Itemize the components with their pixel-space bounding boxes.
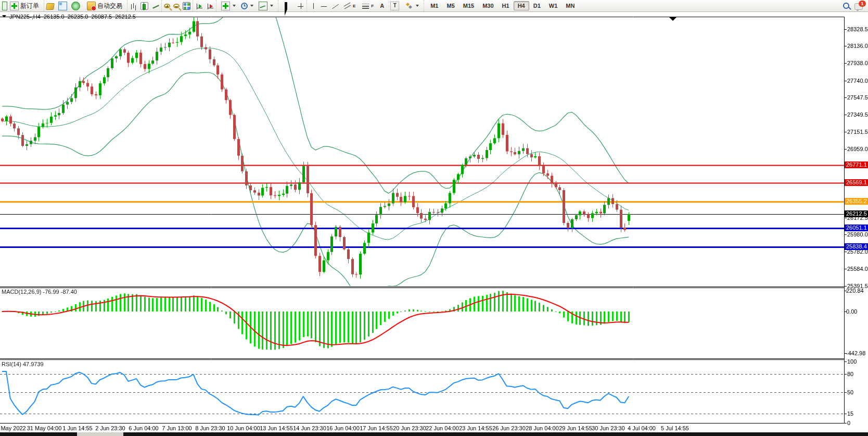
rsi-indicator-label: RSI(14) 47.9739: [2, 361, 44, 367]
channel-icon: [343, 2, 351, 10]
line-chart-button[interactable]: [151, 2, 159, 10]
candlestick-chart-button[interactable]: [141, 2, 148, 10]
market-watch-icon[interactable]: [46, 3, 55, 10]
signals-icon[interactable]: [71, 2, 80, 10]
timeframe-toolbar: M1M5M15M30H1H4D1W1MN: [424, 0, 581, 11]
periods-clock-icon: [241, 3, 248, 9]
ohlc-low: 26087.5: [91, 14, 112, 20]
autotrading-button[interactable]: 自动交易: [84, 1, 125, 10]
timeframe-button-m15[interactable]: M15: [459, 1, 478, 10]
chart-shift-button[interactable]: [206, 2, 214, 10]
zoom-in-button[interactable]: [164, 4, 170, 8]
channel-tool-button[interactable]: E: [341, 1, 358, 10]
templates-caret-icon: [270, 5, 273, 7]
timeframe-button-m30[interactable]: M30: [478, 1, 497, 10]
autotrading-icon: [87, 2, 96, 10]
toolbar-group-insert: [216, 0, 278, 11]
macd-indicator-label: MACD(12,26,9) -76.99 -87.40: [2, 289, 77, 295]
periods-caret-icon: [250, 5, 253, 7]
fibonacci-tool-button[interactable]: F: [359, 1, 376, 10]
toolbar-group-windows: 自动交易: [44, 0, 127, 11]
new-order-label: 新订单: [20, 2, 39, 10]
bottom-strip-right: [123, 432, 868, 436]
symbol-period-label: JPN225-,H4: [9, 14, 41, 20]
timeframe-button-m1[interactable]: M1: [426, 1, 442, 10]
toolbar-group-cursor: [278, 0, 307, 11]
fibonacci-icon: [362, 2, 369, 10]
indicators-caret-icon: [233, 5, 236, 7]
new-order-button[interactable]: 新订单: [7, 1, 42, 10]
text-tool-button[interactable]: A: [377, 1, 387, 10]
chart-title: JPN225-,H4 26135.0 26235.0 26087.5 26212…: [2, 14, 136, 20]
profiles-icon[interactable]: [58, 2, 67, 10]
arrows-caret-icon: [416, 5, 419, 7]
toolbar-group-zoom: [161, 0, 193, 11]
fibonacci-sub-label: F: [371, 2, 374, 10]
tile-windows-button[interactable]: [183, 2, 190, 10]
new-order-icon: [10, 2, 19, 10]
bottom-strip-gap: [77, 432, 123, 436]
timeframe-button-d1[interactable]: D1: [529, 1, 545, 10]
autotrading-label: 自动交易: [97, 2, 122, 10]
timeframe-button-w1[interactable]: W1: [545, 1, 562, 10]
timeframe-button-mn[interactable]: MN: [561, 1, 579, 10]
notifications-icon[interactable]: 1: [854, 3, 863, 10]
bar-chart-button[interactable]: [130, 2, 137, 10]
arrows-tool-button[interactable]: [403, 1, 422, 10]
trendline-tool-button[interactable]: [331, 2, 339, 10]
zoom-out-button[interactable]: [173, 4, 180, 8]
timeframe-button-h4[interactable]: H4: [514, 1, 529, 10]
toolbar-group-objects: E F A T: [307, 0, 424, 11]
arrows-icon: [405, 2, 413, 10]
toolbar-group-trade: 新订单: [0, 0, 44, 11]
toolbar-right-tools: 1: [843, 2, 868, 10]
auto-scroll-button[interactable]: [195, 2, 203, 10]
bottom-strip-left: [0, 432, 77, 436]
cursor-tool-button[interactable]: [280, 1, 293, 10]
search-icon[interactable]: [843, 3, 849, 9]
ohlc-open: 26135.0: [44, 14, 65, 20]
toolbar-group-scroll: [193, 0, 216, 11]
vertical-line-tool-button[interactable]: [309, 2, 317, 10]
trading-terminal-window: JPN225-,H4 26135.0 26235.0 26087.5 26212…: [0, 0, 868, 436]
chart-canvas[interactable]: [0, 0, 868, 436]
text-label-icon: T: [390, 2, 399, 10]
channel-sub-label: E: [353, 2, 355, 10]
chart-window-icon[interactable]: [2, 2, 7, 10]
cursor-icon: [285, 2, 290, 16]
periods-button[interactable]: [238, 1, 256, 10]
horizontal-line-tool-button[interactable]: [320, 2, 328, 10]
main-toolbar: 新订单 自动交易: [0, 0, 868, 12]
one-click-trading-arrow-icon[interactable]: [2, 15, 6, 18]
timeframe-button-h1[interactable]: H1: [498, 1, 514, 10]
ohlc-close: 26212.5: [115, 14, 136, 20]
indicators-icon: [221, 2, 230, 10]
timeframe-button-m5[interactable]: M5: [442, 1, 458, 10]
text-tool-label: A: [380, 2, 384, 10]
chart-area: JPN225-,H4 26135.0 26235.0 26087.5 26212…: [0, 0, 868, 436]
text-label-tool-button[interactable]: T: [388, 1, 402, 10]
indicators-button[interactable]: [219, 1, 238, 10]
notification-badge: 1: [859, 1, 866, 7]
templates-button[interactable]: [256, 1, 276, 10]
templates-icon: [259, 2, 267, 10]
ohlc-high: 26235.0: [68, 14, 88, 20]
crosshair-tool-button[interactable]: [297, 2, 304, 10]
toolbar-group-chart-type: [127, 0, 161, 11]
